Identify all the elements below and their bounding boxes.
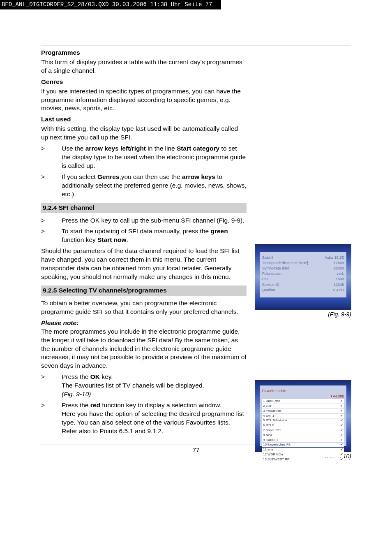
list-item: 6 RTL2✔ [262,423,344,428]
figure-9-10: Favoriten Liste TV-Liste 1 Das Erste✔2 Z… [255,380,351,460]
text-programmes: This form of display provides a table wi… [41,58,247,75]
bullet-arrowkeys: > Use the arrow keys left/right in the l… [41,144,247,170]
bullet-genres-select: > If you select Genres,you can then use … [41,173,247,199]
t: 22000 [334,266,344,271]
list-item: 8 N24✔ [262,433,344,438]
t: PID [262,276,268,281]
text-lastused: With this setting, the display type last… [41,125,247,142]
t: Service-ID [262,282,279,287]
bullet-body: Press the red function key to display a … [62,401,247,436]
list-item: 7 Super RTL✔ [262,428,344,433]
list-item: 2 ZDF✔ [262,404,344,409]
t: Favoriten Liste [262,388,286,393]
heading-programmes: Programmes [41,49,247,57]
heading-lastused: Last used [41,115,247,124]
list-item: 4 SAT.1✔ [262,414,344,418]
figure-9-9-caption: (Fig. 9-9) [255,311,351,318]
t: vert. [337,271,344,276]
bullet-mark: > [41,373,62,399]
t: . [127,236,128,243]
t: To start the updating of SFI data manual… [62,228,210,234]
text-obtain-overview: To obtain a better overview, you can pro… [41,299,247,316]
source-file-header: BED_ANL_DIGICORDER_S2_28/03.QXD 30.03.20… [0,0,221,9]
t: 8,4 dB [333,288,344,293]
t: function key [62,236,97,243]
t: OK [90,373,100,380]
t: Press the [62,402,90,409]
t: red [90,402,100,409]
t: Genres [97,173,119,180]
figure-9-9: SatellitAstra 19,2E Transponderfrequenz … [255,244,351,318]
t: Astra 19,2E [325,255,344,260]
list-item: 13 SÜDWEST RP✔ [262,457,344,462]
bullet-body: Press the OK key to call up the sub-menu… [62,216,247,225]
bullet-body: Press the OK key. The Favourites list of… [62,373,247,399]
list-item: 9 KABEL1✔ [262,438,344,443]
list-item: 12 WDR Köln✔ [262,453,344,457]
bullet-mark: > [41,144,62,170]
t: function key to display a selection wind… [100,402,221,409]
bullet-body: To start the updating of SFI data manual… [62,227,247,244]
figure-9-9-image: SatellitAstra 19,2E Transponderfrequenz … [255,244,351,310]
t: (Fig. 9-10) [62,390,247,399]
heading-925: 9.2.5 Selecting TV channels/programmes [41,286,247,296]
list-item: 5 RTL Television✔ [262,418,344,423]
t: key. [100,373,113,380]
t: ,you can then use the [119,173,182,180]
heading-genres: Genres [41,78,247,86]
heading-924: 9.2.4 SFI channel [41,203,247,213]
t: arrow keys [182,173,215,180]
list-item: 3 ProSieben✔ [262,409,344,413]
main-column: Programmes This form of display provides… [41,49,247,436]
bullet-ok-submenu: > Press the OK key to call up the sub-me… [41,216,247,225]
bullet-press-ok: > Press the OK key. The Favourites list … [41,373,247,399]
figure-9-10-image: Favoriten Liste TV-Liste 1 Das Erste✔2 Z… [255,380,351,452]
t: 12345 [334,282,344,287]
figure-9-10-list: 1 Das Erste✔2 ZDF✔3 ProSieben✔4 SAT.1✔5 … [262,399,344,462]
bullet-mark: > [41,216,62,225]
t: Press the [62,373,90,380]
t: 1809 [336,276,344,281]
t: Symbolrate [kBd] [262,266,291,271]
t: Satellit [262,255,273,260]
text-genres: If you are interested in specific types … [41,87,247,113]
t: Polarisation [262,271,281,276]
t: Start category [177,145,219,152]
t: Here you have the option of selecting th… [62,410,247,436]
list-item: 1 Das Erste✔ [262,399,344,404]
t: If you select [62,173,97,180]
t: Transponderfrequenz [MHz] [262,260,308,265]
bullet-green-startnow: > To start the updating of SFI data manu… [41,227,247,244]
text-should-parameters: Should the parameters of the data channe… [41,247,247,281]
text-more-programmes: The more programmes you include in the e… [41,327,247,371]
bullet-press-red: > Press the red function key to display … [41,401,247,436]
t: 12669 [334,260,344,265]
bullet-mark: > [41,227,62,244]
t: Use the [62,145,85,152]
list-item: 10 Bayerisches FS✔ [262,443,344,447]
bullet-body: If you select Genres,you can then use th… [62,173,247,199]
t: TV-Liste [330,394,344,399]
t: green [210,228,228,234]
t: The Favourites list of TV chanels will b… [62,381,247,390]
t: Start now [97,236,127,243]
t: Qualität [262,288,275,293]
bullet-mark: > [41,401,62,436]
page-body: Programmes This form of display provides… [0,9,392,471]
t: in the line [146,145,177,152]
bullet-mark: > [41,173,62,199]
t: arrow keys left/right [85,145,146,152]
top-rule [41,46,351,46]
list-item: 11 arte✔ [262,448,344,452]
bullet-body: Use the arrow keys left/right in the lin… [62,144,247,170]
please-note-label: Please note: [41,319,247,327]
